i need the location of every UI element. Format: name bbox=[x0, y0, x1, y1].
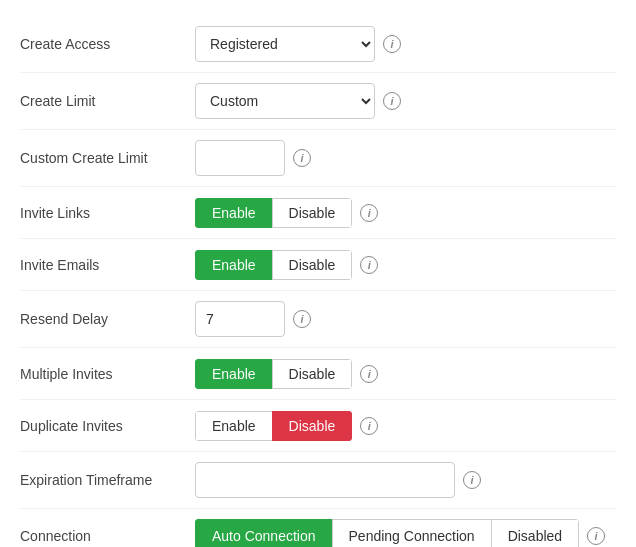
custom-create-limit-info-icon[interactable]: i bbox=[293, 149, 311, 167]
resend-delay-input[interactable] bbox=[195, 301, 285, 337]
create-limit-info-icon[interactable]: i bbox=[383, 92, 401, 110]
connection-row: Connection Auto Connection Pending Conne… bbox=[20, 509, 616, 547]
create-limit-row: Create Limit Custom Unlimited 1 5 10 i bbox=[20, 73, 616, 130]
multiple-invites-label: Multiple Invites bbox=[20, 366, 195, 382]
multiple-invites-enable-button[interactable]: Enable bbox=[195, 359, 272, 389]
invite-emails-enable-button[interactable]: Enable bbox=[195, 250, 272, 280]
create-access-row: Create Access Registered Anyone Admin On… bbox=[20, 16, 616, 73]
invite-links-toggle: Enable Disable bbox=[195, 198, 352, 228]
expiration-timeframe-row: Expiration Timeframe i bbox=[20, 452, 616, 509]
duplicate-invites-disable-button[interactable]: Disable bbox=[272, 411, 353, 441]
create-access-control: Registered Anyone Admin Only i bbox=[195, 26, 616, 62]
custom-create-limit-input[interactable] bbox=[195, 140, 285, 176]
duplicate-invites-info-icon[interactable]: i bbox=[360, 417, 378, 435]
custom-create-limit-label: Custom Create Limit bbox=[20, 150, 195, 166]
multiple-invites-disable-button[interactable]: Disable bbox=[272, 359, 353, 389]
expiration-timeframe-info-icon[interactable]: i bbox=[463, 471, 481, 489]
create-limit-select[interactable]: Custom Unlimited 1 5 10 bbox=[195, 83, 375, 119]
duplicate-invites-enable-button[interactable]: Enable bbox=[195, 411, 272, 441]
invite-emails-info-icon[interactable]: i bbox=[360, 256, 378, 274]
custom-create-limit-control: i bbox=[195, 140, 616, 176]
create-access-select[interactable]: Registered Anyone Admin Only bbox=[195, 26, 375, 62]
connection-auto-button[interactable]: Auto Connection bbox=[195, 519, 332, 547]
duplicate-invites-toggle: Enable Disable bbox=[195, 411, 352, 441]
connection-info-icon[interactable]: i bbox=[587, 527, 605, 545]
invite-emails-row: Invite Emails Enable Disable i bbox=[20, 239, 616, 291]
multiple-invites-info-icon[interactable]: i bbox=[360, 365, 378, 383]
multiple-invites-row: Multiple Invites Enable Disable i bbox=[20, 348, 616, 400]
invite-links-row: Invite Links Enable Disable i bbox=[20, 187, 616, 239]
invite-links-info-icon[interactable]: i bbox=[360, 204, 378, 222]
connection-disabled-button[interactable]: Disabled bbox=[491, 519, 579, 547]
multiple-invites-control: Enable Disable i bbox=[195, 359, 616, 389]
invite-emails-label: Invite Emails bbox=[20, 257, 195, 273]
create-limit-control: Custom Unlimited 1 5 10 i bbox=[195, 83, 616, 119]
expiration-timeframe-control: i bbox=[195, 462, 616, 498]
duplicate-invites-row: Duplicate Invites Enable Disable i bbox=[20, 400, 616, 452]
invite-links-disable-button[interactable]: Disable bbox=[272, 198, 353, 228]
invite-links-control: Enable Disable i bbox=[195, 198, 616, 228]
create-limit-label: Create Limit bbox=[20, 93, 195, 109]
invite-links-label: Invite Links bbox=[20, 205, 195, 221]
expiration-timeframe-input[interactable] bbox=[195, 462, 455, 498]
resend-delay-control: i bbox=[195, 301, 616, 337]
invite-emails-disable-button[interactable]: Disable bbox=[272, 250, 353, 280]
expiration-timeframe-label: Expiration Timeframe bbox=[20, 472, 195, 488]
resend-delay-label: Resend Delay bbox=[20, 311, 195, 327]
invite-links-enable-button[interactable]: Enable bbox=[195, 198, 272, 228]
custom-create-limit-row: Custom Create Limit i bbox=[20, 130, 616, 187]
connection-toggle: Auto Connection Pending Connection Disab… bbox=[195, 519, 579, 547]
duplicate-invites-label: Duplicate Invites bbox=[20, 418, 195, 434]
duplicate-invites-control: Enable Disable i bbox=[195, 411, 616, 441]
connection-pending-button[interactable]: Pending Connection bbox=[332, 519, 491, 547]
connection-label: Connection bbox=[20, 528, 195, 544]
create-access-label: Create Access bbox=[20, 36, 195, 52]
create-access-info-icon[interactable]: i bbox=[383, 35, 401, 53]
connection-control: Auto Connection Pending Connection Disab… bbox=[195, 519, 616, 547]
multiple-invites-toggle: Enable Disable bbox=[195, 359, 352, 389]
invite-emails-toggle: Enable Disable bbox=[195, 250, 352, 280]
resend-delay-info-icon[interactable]: i bbox=[293, 310, 311, 328]
invite-emails-control: Enable Disable i bbox=[195, 250, 616, 280]
resend-delay-row: Resend Delay i bbox=[20, 291, 616, 348]
